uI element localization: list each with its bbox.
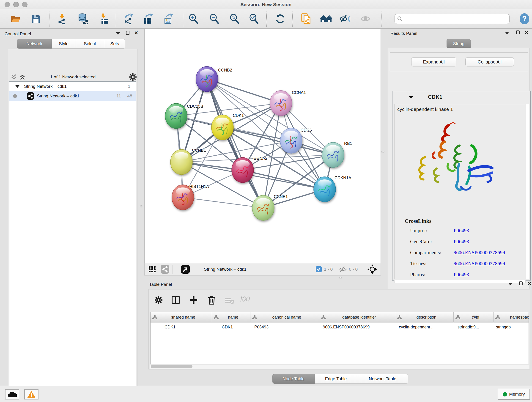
- network-selection-status: 1 of 1 Network selected: [8, 75, 138, 80]
- table-gear-icon[interactable]: [154, 296, 163, 304]
- tab-style[interactable]: Style: [52, 39, 76, 49]
- apply-layout-button[interactable]: [274, 12, 286, 26]
- home-string-button[interactable]: [320, 12, 332, 26]
- table-cell[interactable]: cyclin-dependent ...: [395, 322, 454, 332]
- vertical-scrollbar[interactable]: [526, 104, 529, 279]
- node-table[interactable]: shared namenamecanonical namedatabase id…: [150, 312, 529, 364]
- control-panel-close-icon[interactable]: ✕: [134, 31, 138, 35]
- network-node-CCNA2[interactable]: CCNA2: [232, 156, 267, 183]
- selected-checkbox-icon[interactable]: [316, 266, 322, 272]
- table-panel-float-icon[interactable]: [519, 281, 523, 285]
- node-position-tool-icon[interactable]: [367, 264, 377, 274]
- table-hscrollbar-thumb[interactable]: [151, 365, 192, 368]
- table-cell[interactable]: P06493: [250, 322, 319, 332]
- column-header-shared-name[interactable]: shared name: [151, 312, 212, 322]
- control-panel-menu-icon[interactable]: [116, 32, 120, 35]
- help-button[interactable]: ?: [518, 12, 531, 26]
- results-panel-close-icon[interactable]: ✕: [525, 31, 529, 34]
- network-node-HIST1H1A[interactable]: HIST1H1A: [172, 184, 209, 210]
- left-splitter-handle[interactable]: [140, 205, 143, 207]
- cloud-status-button[interactable]: [5, 389, 19, 400]
- table-cell[interactable]: CDK1: [212, 322, 250, 332]
- results-panel-title: Results Panel: [390, 31, 417, 36]
- tab-node-table[interactable]: Node Table: [272, 374, 315, 384]
- protein-structure-image[interactable]: [411, 118, 507, 200]
- collapse-all-button[interactable]: Collapse All: [465, 57, 514, 66]
- warnings-button[interactable]: [24, 389, 38, 400]
- control-panel-float-icon[interactable]: [126, 31, 129, 35]
- table-cell[interactable]: CDK1: [151, 322, 212, 332]
- network-node-CDC25B[interactable]: CDC25B: [165, 103, 203, 128]
- copy-network-button[interactable]: [300, 12, 312, 26]
- add-column-icon[interactable]: [189, 295, 198, 305]
- delete-column-icon[interactable]: [207, 295, 216, 305]
- network-node-CCNB2[interactable]: CCNB2: [196, 66, 232, 92]
- save-session-button[interactable]: [30, 12, 42, 26]
- network-node-CCNA1[interactable]: CCNA1: [270, 90, 306, 116]
- network-node-CDC6[interactable]: CDC6: [280, 128, 312, 153]
- network-node-CDKN1A[interactable]: CDKN1A: [314, 176, 351, 202]
- column-header-database-identifier[interactable]: database identifier: [319, 312, 395, 322]
- bottom-splitter-handle[interactable]: [339, 277, 342, 279]
- network-collection-row[interactable]: String Network – cdk1 1: [9, 82, 136, 91]
- table-cell[interactable]: 9606.ENSP00000378699: [319, 322, 395, 332]
- right-splitter-handle[interactable]: [381, 151, 385, 153]
- search-input[interactable]: [403, 17, 504, 22]
- network-graph[interactable]: CCNB2CCNA1CDC25BCDK1CDC6RB1CCNB1CCNA2CDK…: [145, 29, 380, 263]
- tab-edge-table[interactable]: Edge Table: [315, 374, 357, 384]
- column-header-namespace[interactable]: namespace: [494, 312, 529, 322]
- collection-expand-icon[interactable]: [15, 85, 19, 88]
- results-panel-float-icon[interactable]: [516, 31, 520, 34]
- import-table-file-button[interactable]: [98, 12, 110, 26]
- network-options-gear-icon[interactable]: [129, 73, 137, 81]
- export-table-button[interactable]: [142, 12, 154, 26]
- table-panel-close-icon[interactable]: ✕: [527, 281, 532, 285]
- tab-network[interactable]: Network: [17, 39, 52, 49]
- detach-view-icon[interactable]: [181, 265, 190, 274]
- zoom-fit-button[interactable]: [228, 12, 241, 26]
- network-canvas[interactable]: CCNB2CCNA1CDC25BCDK1CDC6RB1CCNB1CCNA2CDK…: [144, 29, 381, 263]
- memory-button[interactable]: Memory: [498, 389, 530, 400]
- network-edge-CCNB2-CCNA1[interactable]: [207, 79, 281, 103]
- table-panel-menu-icon[interactable]: [508, 283, 512, 285]
- crosslink-link[interactable]: P06493: [454, 228, 469, 234]
- show-columns-icon[interactable]: [171, 295, 180, 305]
- tab-network-table[interactable]: Network Table: [357, 374, 408, 384]
- import-network-database-button[interactable]: [77, 12, 89, 26]
- import-network-file-button[interactable]: [56, 12, 68, 26]
- protein-collapse-icon[interactable]: [409, 96, 413, 99]
- zoom-selected-button[interactable]: [248, 12, 260, 26]
- crosslink-link[interactable]: 9606.ENSP00000378699: [454, 261, 505, 267]
- crosslink-link[interactable]: P06493: [454, 239, 469, 245]
- network-row-selected[interactable]: String Network – cdk1 11 48: [9, 91, 136, 101]
- column-header-description[interactable]: description: [395, 312, 454, 322]
- hide-unhide-button[interactable]: [339, 12, 351, 26]
- table-cell[interactable]: stringdb:9...: [454, 322, 494, 332]
- network-node-RB1[interactable]: RB1: [322, 141, 352, 167]
- tab-string[interactable]: String: [447, 39, 471, 49]
- column-header--id[interactable]: @id: [454, 312, 494, 322]
- network-node-CDK1[interactable]: CDK1: [211, 113, 244, 140]
- network-edge-CCNB2-CCNE1[interactable]: [207, 79, 263, 208]
- network-node-CCNE1[interactable]: CCNE1: [252, 194, 288, 220]
- tab-sets[interactable]: Sets: [104, 39, 125, 49]
- open-session-button[interactable]: [9, 12, 22, 26]
- network-edge-HIST1H1A-CCNE1[interactable]: [183, 197, 263, 208]
- export-image-button[interactable]: [162, 12, 174, 26]
- crosslink-link[interactable]: P06493: [454, 272, 469, 278]
- table-hscrollbar[interactable]: [150, 365, 529, 369]
- crosslink-link[interactable]: 9606.ENSP00000378699: [454, 249, 505, 255]
- expand-all-button[interactable]: Expand All: [411, 57, 456, 66]
- zoom-in-button[interactable]: [187, 12, 200, 26]
- column-header-canonical-name[interactable]: canonical name: [250, 312, 319, 322]
- network-edge-CCNA2-CDKN1A[interactable]: [243, 170, 325, 189]
- tab-select[interactable]: Select: [76, 39, 104, 49]
- results-panel-menu-icon[interactable]: [505, 32, 509, 34]
- column-header-name[interactable]: name: [212, 312, 250, 322]
- zoom-out-button[interactable]: [208, 12, 220, 26]
- birds-eye-view-icon[interactable]: [148, 266, 156, 273]
- search-box[interactable]: [394, 14, 510, 24]
- table-cell[interactable]: stringdb: [494, 322, 529, 332]
- export-network-button[interactable]: [122, 12, 135, 26]
- network-overview-share-icon[interactable]: [161, 265, 169, 274]
